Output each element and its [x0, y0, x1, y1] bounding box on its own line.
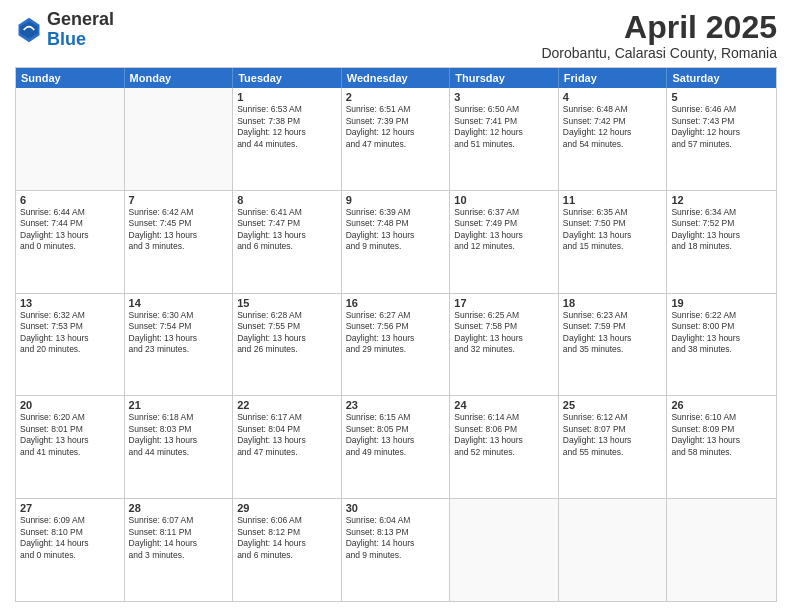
day-number: 18 — [563, 297, 663, 309]
day-number: 27 — [20, 502, 120, 514]
day-cell-15: 15Sunrise: 6:28 AM Sunset: 7:55 PM Dayli… — [233, 294, 342, 396]
day-info: Sunrise: 6:15 AM Sunset: 8:05 PM Dayligh… — [346, 412, 446, 458]
weekday-header-wednesday: Wednesday — [342, 68, 451, 88]
day-cell-29: 29Sunrise: 6:06 AM Sunset: 8:12 PM Dayli… — [233, 499, 342, 601]
day-number: 4 — [563, 91, 663, 103]
logo-general-text: General — [47, 9, 114, 29]
calendar-row-5: 27Sunrise: 6:09 AM Sunset: 8:10 PM Dayli… — [16, 499, 776, 601]
calendar-row-3: 13Sunrise: 6:32 AM Sunset: 7:53 PM Dayli… — [16, 294, 776, 397]
day-cell-21: 21Sunrise: 6:18 AM Sunset: 8:03 PM Dayli… — [125, 396, 234, 498]
day-number: 8 — [237, 194, 337, 206]
day-info: Sunrise: 6:10 AM Sunset: 8:09 PM Dayligh… — [671, 412, 772, 458]
day-info: Sunrise: 6:42 AM Sunset: 7:45 PM Dayligh… — [129, 207, 229, 253]
day-number: 11 — [563, 194, 663, 206]
day-info: Sunrise: 6:06 AM Sunset: 8:12 PM Dayligh… — [237, 515, 337, 561]
calendar: SundayMondayTuesdayWednesdayThursdayFrid… — [15, 67, 777, 602]
day-number: 16 — [346, 297, 446, 309]
day-number: 2 — [346, 91, 446, 103]
day-number: 5 — [671, 91, 772, 103]
day-info: Sunrise: 6:20 AM Sunset: 8:01 PM Dayligh… — [20, 412, 120, 458]
day-number: 28 — [129, 502, 229, 514]
day-info: Sunrise: 6:18 AM Sunset: 8:03 PM Dayligh… — [129, 412, 229, 458]
day-cell-20: 20Sunrise: 6:20 AM Sunset: 8:01 PM Dayli… — [16, 396, 125, 498]
day-number: 24 — [454, 399, 554, 411]
title-section: April 2025 Dorobantu, Calarasi County, R… — [541, 10, 777, 61]
day-cell-25: 25Sunrise: 6:12 AM Sunset: 8:07 PM Dayli… — [559, 396, 668, 498]
day-info: Sunrise: 6:04 AM Sunset: 8:13 PM Dayligh… — [346, 515, 446, 561]
day-info: Sunrise: 6:44 AM Sunset: 7:44 PM Dayligh… — [20, 207, 120, 253]
weekday-header-friday: Friday — [559, 68, 668, 88]
day-cell-17: 17Sunrise: 6:25 AM Sunset: 7:58 PM Dayli… — [450, 294, 559, 396]
logo-blue-text: Blue — [47, 29, 86, 49]
weekday-header-thursday: Thursday — [450, 68, 559, 88]
day-number: 15 — [237, 297, 337, 309]
day-info: Sunrise: 6:30 AM Sunset: 7:54 PM Dayligh… — [129, 310, 229, 356]
day-number: 9 — [346, 194, 446, 206]
day-cell-10: 10Sunrise: 6:37 AM Sunset: 7:49 PM Dayli… — [450, 191, 559, 293]
day-number: 20 — [20, 399, 120, 411]
day-info: Sunrise: 6:22 AM Sunset: 8:00 PM Dayligh… — [671, 310, 772, 356]
day-number: 6 — [20, 194, 120, 206]
day-cell-11: 11Sunrise: 6:35 AM Sunset: 7:50 PM Dayli… — [559, 191, 668, 293]
calendar-body: 1Sunrise: 6:53 AM Sunset: 7:38 PM Daylig… — [16, 88, 776, 601]
day-cell-14: 14Sunrise: 6:30 AM Sunset: 7:54 PM Dayli… — [125, 294, 234, 396]
day-cell-8: 8Sunrise: 6:41 AM Sunset: 7:47 PM Daylig… — [233, 191, 342, 293]
day-info: Sunrise: 6:48 AM Sunset: 7:42 PM Dayligh… — [563, 104, 663, 150]
calendar-row-4: 20Sunrise: 6:20 AM Sunset: 8:01 PM Dayli… — [16, 396, 776, 499]
month-title: April 2025 — [541, 10, 777, 45]
day-number: 13 — [20, 297, 120, 309]
day-cell-9: 9Sunrise: 6:39 AM Sunset: 7:48 PM Daylig… — [342, 191, 451, 293]
day-cell-30: 30Sunrise: 6:04 AM Sunset: 8:13 PM Dayli… — [342, 499, 451, 601]
day-info: Sunrise: 6:50 AM Sunset: 7:41 PM Dayligh… — [454, 104, 554, 150]
day-cell-4: 4Sunrise: 6:48 AM Sunset: 7:42 PM Daylig… — [559, 88, 668, 190]
day-number: 25 — [563, 399, 663, 411]
day-number: 10 — [454, 194, 554, 206]
day-cell-19: 19Sunrise: 6:22 AM Sunset: 8:00 PM Dayli… — [667, 294, 776, 396]
day-info: Sunrise: 6:17 AM Sunset: 8:04 PM Dayligh… — [237, 412, 337, 458]
day-cell-23: 23Sunrise: 6:15 AM Sunset: 8:05 PM Dayli… — [342, 396, 451, 498]
day-cell-16: 16Sunrise: 6:27 AM Sunset: 7:56 PM Dayli… — [342, 294, 451, 396]
day-number: 21 — [129, 399, 229, 411]
day-cell-3: 3Sunrise: 6:50 AM Sunset: 7:41 PM Daylig… — [450, 88, 559, 190]
weekday-header-tuesday: Tuesday — [233, 68, 342, 88]
day-info: Sunrise: 6:14 AM Sunset: 8:06 PM Dayligh… — [454, 412, 554, 458]
logo-icon — [15, 16, 43, 44]
day-info: Sunrise: 6:32 AM Sunset: 7:53 PM Dayligh… — [20, 310, 120, 356]
day-info: Sunrise: 6:46 AM Sunset: 7:43 PM Dayligh… — [671, 104, 772, 150]
day-info: Sunrise: 6:37 AM Sunset: 7:49 PM Dayligh… — [454, 207, 554, 253]
day-cell-empty-4-4 — [450, 499, 559, 601]
day-cell-empty-0-1 — [125, 88, 234, 190]
calendar-row-1: 1Sunrise: 6:53 AM Sunset: 7:38 PM Daylig… — [16, 88, 776, 191]
day-number: 23 — [346, 399, 446, 411]
day-number: 12 — [671, 194, 772, 206]
day-number: 30 — [346, 502, 446, 514]
logo-text: General Blue — [47, 10, 114, 50]
day-info: Sunrise: 6:23 AM Sunset: 7:59 PM Dayligh… — [563, 310, 663, 356]
day-cell-27: 27Sunrise: 6:09 AM Sunset: 8:10 PM Dayli… — [16, 499, 125, 601]
day-info: Sunrise: 6:27 AM Sunset: 7:56 PM Dayligh… — [346, 310, 446, 356]
day-info: Sunrise: 6:25 AM Sunset: 7:58 PM Dayligh… — [454, 310, 554, 356]
day-cell-7: 7Sunrise: 6:42 AM Sunset: 7:45 PM Daylig… — [125, 191, 234, 293]
day-cell-13: 13Sunrise: 6:32 AM Sunset: 7:53 PM Dayli… — [16, 294, 125, 396]
day-cell-28: 28Sunrise: 6:07 AM Sunset: 8:11 PM Dayli… — [125, 499, 234, 601]
day-cell-12: 12Sunrise: 6:34 AM Sunset: 7:52 PM Dayli… — [667, 191, 776, 293]
day-number: 26 — [671, 399, 772, 411]
day-info: Sunrise: 6:28 AM Sunset: 7:55 PM Dayligh… — [237, 310, 337, 356]
day-number: 3 — [454, 91, 554, 103]
calendar-header: SundayMondayTuesdayWednesdayThursdayFrid… — [16, 68, 776, 88]
day-info: Sunrise: 6:53 AM Sunset: 7:38 PM Dayligh… — [237, 104, 337, 150]
day-cell-26: 26Sunrise: 6:10 AM Sunset: 8:09 PM Dayli… — [667, 396, 776, 498]
day-cell-18: 18Sunrise: 6:23 AM Sunset: 7:59 PM Dayli… — [559, 294, 668, 396]
day-cell-6: 6Sunrise: 6:44 AM Sunset: 7:44 PM Daylig… — [16, 191, 125, 293]
day-info: Sunrise: 6:41 AM Sunset: 7:47 PM Dayligh… — [237, 207, 337, 253]
day-info: Sunrise: 6:09 AM Sunset: 8:10 PM Dayligh… — [20, 515, 120, 561]
day-number: 17 — [454, 297, 554, 309]
header: General Blue April 2025 Dorobantu, Calar… — [15, 10, 777, 61]
day-info: Sunrise: 6:12 AM Sunset: 8:07 PM Dayligh… — [563, 412, 663, 458]
logo: General Blue — [15, 10, 114, 50]
weekday-header-monday: Monday — [125, 68, 234, 88]
day-number: 14 — [129, 297, 229, 309]
day-cell-empty-4-6 — [667, 499, 776, 601]
day-cell-22: 22Sunrise: 6:17 AM Sunset: 8:04 PM Dayli… — [233, 396, 342, 498]
day-cell-empty-4-5 — [559, 499, 668, 601]
